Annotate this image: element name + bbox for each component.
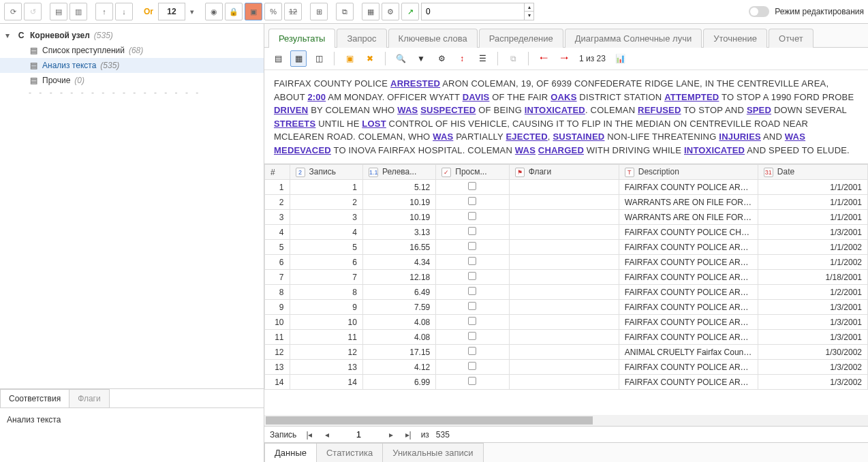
chart-icon[interactable]: 📊: [613, 50, 629, 67]
checkbox-icon[interactable]: [468, 287, 476, 295]
cell-view[interactable]: [436, 255, 509, 270]
table-row[interactable]: 121217.15ANIMAL CRUELTY Fairfax County P…: [265, 345, 868, 360]
checkbox-icon[interactable]: [468, 257, 476, 265]
header-desc[interactable]: TDescription: [619, 165, 758, 180]
main-tab-4[interactable]: Диаграмма Солнечные лучи: [565, 29, 702, 48]
tree-root[interactable]: ▾ C Корневой узел (535): [0, 28, 264, 43]
arrow-down-icon[interactable]: ↓: [115, 3, 133, 20]
dropdown-icon[interactable]: ▾: [187, 3, 197, 20]
checkbox-icon[interactable]: [468, 227, 476, 235]
tree-expand-icon[interactable]: ▤: [50, 3, 67, 20]
table-row[interactable]: 664.34FAIRFAX COUNTY POLICE ARRESTE1/1/2…: [265, 255, 868, 270]
results-grid-scroll[interactable]: # 2Запись 1.1Релева... ✓Просм... ⚑Флаги …: [264, 164, 868, 415]
table-row[interactable]: 886.49FAIRFAX COUNTY POLICE ARE INVE1/2/…: [265, 285, 868, 300]
keyword[interactable]: WAS: [433, 132, 453, 142]
spinner-input[interactable]: [422, 7, 524, 16]
nav-prev-icon[interactable]: ◂: [322, 430, 332, 440]
header-relev[interactable]: 1.1Релева...: [362, 165, 435, 180]
nav-last-icon[interactable]: ▸|: [403, 430, 414, 440]
table-row[interactable]: 13134.12FAIRFAX COUNTY POLICE ARE INVE1/…: [265, 360, 868, 375]
spinner-up-icon[interactable]: ▴: [524, 3, 533, 12]
cell-view[interactable]: [436, 285, 509, 300]
value-spinner[interactable]: ▴ ▾: [421, 3, 534, 20]
cell-view[interactable]: [436, 330, 509, 345]
checkbox-icon[interactable]: [468, 272, 476, 280]
tree-child-1[interactable]: ▤ Анализ текста (535): [0, 58, 264, 73]
checkbox-icon[interactable]: [468, 182, 476, 190]
table-row[interactable]: 10104.08FAIRFAX COUNTY POLICE ARRESTE1/3…: [265, 315, 868, 330]
table-row[interactable]: 7712.18FAIRFAX COUNTY POLICE ARRESTE1/18…: [265, 270, 868, 285]
keyword[interactable]: STREETS: [274, 119, 315, 129]
table-row[interactable]: 5516.55FAIRFAX COUNTY POLICE ARE INVE1/1…: [265, 240, 868, 255]
export-icon[interactable]: ↗: [401, 3, 419, 20]
keyword[interactable]: EJECTED: [506, 132, 547, 142]
nav-first-icon[interactable]: |◂: [303, 430, 315, 440]
cell-view[interactable]: [436, 360, 509, 375]
header-rownum[interactable]: #: [265, 165, 290, 180]
tree-collapse-icon[interactable]: ▥: [69, 3, 87, 20]
bottom-tab-2[interactable]: Уникальные записи: [383, 443, 483, 462]
cell-view[interactable]: [436, 210, 509, 225]
hierarchy-icon[interactable]: ⊞: [310, 3, 328, 20]
eye-icon[interactable]: ◉: [205, 3, 223, 20]
cell-view[interactable]: [436, 345, 509, 360]
header-record[interactable]: 2Запись: [290, 165, 362, 180]
view-list-icon[interactable]: ▤: [270, 50, 286, 67]
keyword[interactable]: SPED: [747, 105, 771, 115]
table-row[interactable]: 2210.19WARRANTS ARE ON FILE FOR EDU1/1/2…: [265, 195, 868, 210]
keyword[interactable]: INTOXICATED: [684, 145, 745, 155]
view-split-icon[interactable]: ◫: [311, 50, 327, 67]
cell-view[interactable]: [436, 270, 509, 285]
header-view[interactable]: ✓Просм...: [436, 165, 509, 180]
table-row[interactable]: 115.12FAIRFAX COUNTY POLICE ARRESTE1/1/2…: [265, 180, 868, 195]
keyword[interactable]: DRIVEN: [274, 105, 308, 115]
tree-child-2[interactable]: ▤ Прочие (0): [0, 73, 264, 88]
bottom-tab-1[interactable]: Статистика: [317, 443, 383, 462]
cell-view[interactable]: [436, 240, 509, 255]
checkbox-icon[interactable]: [468, 317, 476, 325]
keyword[interactable]: WAS: [785, 132, 805, 142]
highlight-icon[interactable]: ▣: [245, 3, 262, 20]
folder-icon[interactable]: ▦: [362, 3, 379, 20]
keyword[interactable]: SUSPECTED: [420, 105, 476, 115]
keyword[interactable]: MEDEVACED: [274, 145, 331, 155]
checkbox-icon[interactable]: [468, 347, 476, 355]
cell-view[interactable]: [436, 375, 509, 390]
clear-highlight-icon[interactable]: ✖: [362, 50, 378, 67]
header-flags[interactable]: ⚑Флаги: [509, 165, 619, 180]
edit-mode-toggle[interactable]: [749, 6, 769, 17]
left-tab-flags[interactable]: Флаги: [69, 389, 109, 407]
keyword[interactable]: DAVIS: [463, 92, 490, 102]
keyword[interactable]: INTOXICATED: [525, 105, 585, 115]
main-tab-2[interactable]: Ключевые слова: [388, 29, 478, 48]
keyword[interactable]: REFUSED: [638, 105, 681, 115]
checkbox-icon[interactable]: [468, 212, 476, 220]
nav-next-icon[interactable]: ▸: [386, 430, 396, 440]
number-box[interactable]: 12: [158, 3, 185, 20]
main-tab-5[interactable]: Уточнение: [703, 29, 767, 48]
table-row[interactable]: 14146.99FAIRFAX COUNTY POLICE ARRESTE1/3…: [265, 375, 868, 390]
settings-icon[interactable]: ⚙: [433, 50, 450, 67]
keyword[interactable]: CHARGED: [538, 145, 584, 155]
slash-num-icon[interactable]: 12: [284, 3, 302, 20]
highlight-tool-icon[interactable]: ▣: [341, 50, 358, 67]
keyword[interactable]: INJURIES: [719, 132, 761, 142]
left-tab-matches[interactable]: Соответствия: [0, 389, 69, 407]
arrow-up-icon[interactable]: ↑: [95, 3, 113, 20]
keyword[interactable]: SUSTAINED: [553, 132, 604, 142]
checkbox-icon[interactable]: [468, 362, 476, 370]
lock-icon[interactable]: 🔒: [225, 3, 243, 20]
keyword[interactable]: WAS: [397, 105, 418, 115]
keyword[interactable]: OAKS: [551, 92, 576, 102]
cell-view[interactable]: [436, 180, 509, 195]
main-tab-1[interactable]: Запрос: [337, 29, 386, 48]
link-icon[interactable]: ⧉: [336, 3, 354, 20]
main-tab-0[interactable]: Результаты: [268, 29, 335, 48]
sort-icon[interactable]: ↕: [454, 50, 470, 67]
view-grid-icon[interactable]: ▦: [290, 50, 307, 67]
keyword[interactable]: WAS: [515, 145, 536, 155]
table-row[interactable]: 443.13FAIRFAX COUNTY POLICE CHARGE1/3/20…: [265, 225, 868, 240]
nav-current-input[interactable]: [339, 429, 379, 440]
table-row[interactable]: 997.59FAIRFAX COUNTY POLICE ARRESTE1/3/2…: [265, 300, 868, 315]
header-date[interactable]: 31Date: [758, 165, 867, 180]
